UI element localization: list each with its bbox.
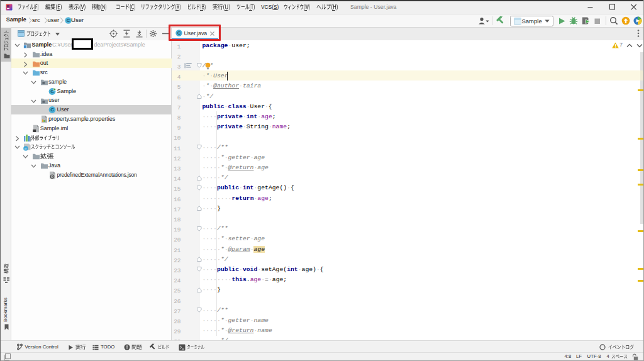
svg-text:C: C <box>67 18 70 23</box>
svg-text:C: C <box>50 108 54 113</box>
svg-text:C: C <box>25 147 27 151</box>
